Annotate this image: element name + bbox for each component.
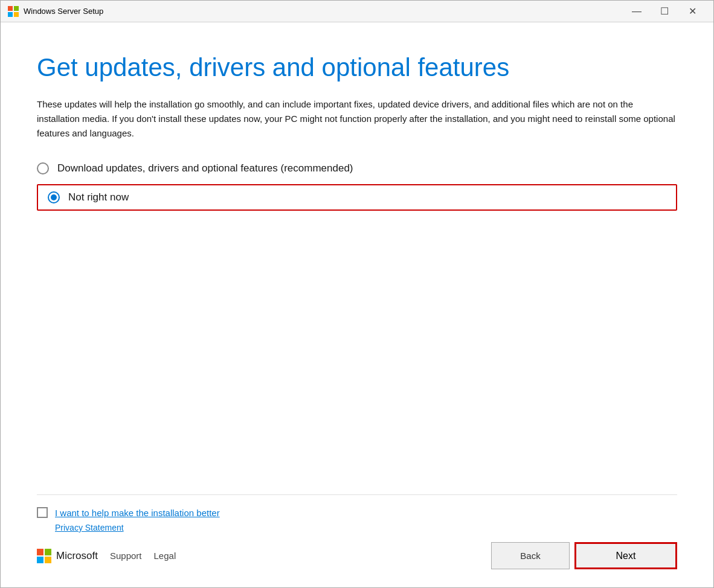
ms-sq-blue: [37, 557, 43, 563]
svg-rect-3: [14, 12, 19, 17]
main-window: Windows Server Setup — ☐ ✕ Get updates, …: [0, 0, 714, 588]
ms-sq-yellow: [45, 557, 51, 563]
checkbox-label[interactable]: I want to help make the installation bet…: [55, 508, 220, 518]
svg-rect-0: [8, 6, 13, 11]
improvement-checkbox[interactable]: [37, 507, 48, 518]
window-title: Windows Server Setup: [24, 7, 623, 16]
svg-rect-2: [8, 12, 13, 17]
footer-left: Microsoft Support Legal: [37, 549, 176, 563]
radio-group: Download updates, drivers and optional f…: [37, 162, 677, 211]
content-spacer: [37, 229, 677, 494]
ms-logo-squares: [37, 549, 51, 563]
ms-sq-red: [37, 549, 43, 555]
microsoft-logo: Microsoft: [37, 549, 98, 563]
window-controls: — ☐ ✕: [623, 1, 706, 22]
radio-not-now-input[interactable]: [48, 191, 60, 203]
radio-not-now-label: Not right now: [68, 191, 129, 203]
footer-area: I want to help make the installation bet…: [37, 494, 677, 587]
checkbox-row: I want to help make the installation bet…: [37, 507, 677, 518]
app-icon: [8, 6, 19, 17]
microsoft-label: Microsoft: [56, 550, 98, 562]
privacy-link[interactable]: Privacy Statement: [55, 523, 677, 532]
svg-rect-1: [14, 6, 19, 11]
ms-sq-green: [45, 549, 51, 555]
next-button[interactable]: Next: [574, 542, 677, 569]
radio-download-input[interactable]: [37, 162, 49, 174]
footer-buttons: Back Next: [491, 542, 677, 569]
close-button[interactable]: ✕: [678, 1, 706, 22]
legal-link[interactable]: Legal: [154, 551, 176, 561]
content-area: Get updates, drivers and optional featur…: [1, 22, 713, 587]
minimize-button[interactable]: —: [623, 1, 651, 22]
description-text: These updates will help the installation…: [37, 97, 677, 141]
title-bar: Windows Server Setup — ☐ ✕: [1, 1, 713, 22]
back-button[interactable]: Back: [491, 542, 570, 569]
radio-download-label: Download updates, drivers and optional f…: [57, 162, 353, 174]
page-title: Get updates, drivers and optional featur…: [37, 53, 677, 83]
radio-option-download[interactable]: Download updates, drivers and optional f…: [37, 162, 677, 174]
radio-option-not-now[interactable]: Not right now: [37, 184, 677, 211]
maximize-button[interactable]: ☐: [651, 1, 678, 22]
footer-bottom: Microsoft Support Legal Back Next: [37, 542, 677, 575]
support-link[interactable]: Support: [110, 551, 142, 561]
